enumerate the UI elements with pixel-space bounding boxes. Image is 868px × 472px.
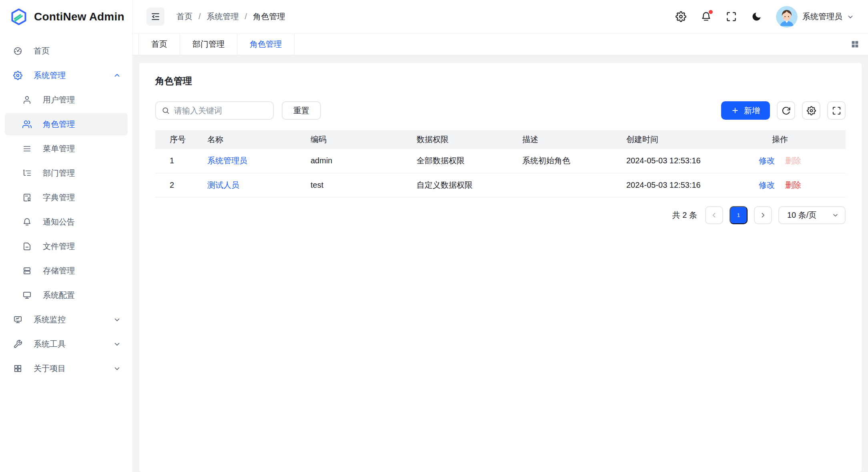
refresh-button[interactable]	[777, 101, 795, 120]
sidebar-item-system-management[interactable]: 系统管理	[5, 64, 128, 86]
cell-created: 2024-05-03 12:53:16	[620, 173, 714, 197]
cell-scope: 全部数据权限	[410, 149, 516, 173]
breadcrumb-separator: /	[245, 12, 247, 21]
sidebar-item-about-project[interactable]: 关于项目	[5, 357, 128, 380]
sidebar-item-role-management[interactable]: 角色管理	[5, 113, 128, 135]
sidebar-item-user-management[interactable]: 用户管理	[5, 88, 128, 111]
sidebar-item-label: 文件管理	[43, 241, 75, 252]
search-icon	[162, 106, 170, 114]
sidebar-item-label: 系统管理	[34, 70, 66, 81]
sidebar-item-label: 系统工具	[34, 339, 66, 349]
cell-code: admin	[304, 149, 410, 173]
user-icon	[22, 95, 32, 104]
page-size-select[interactable]: 10 条/页	[778, 206, 846, 224]
column-header-desc: 描述	[516, 130, 620, 149]
breadcrumb-item-home[interactable]: 首页	[176, 11, 192, 22]
role-name-link[interactable]: 测试人员	[207, 181, 239, 189]
plus-icon	[731, 106, 739, 114]
sidebar-item-label: 存储管理	[43, 265, 75, 276]
tree-list-icon	[22, 169, 32, 178]
sidebar-item-department-management[interactable]: 部门管理	[5, 162, 128, 184]
notifications-button[interactable]	[700, 11, 712, 22]
app-window: ContiNew Admin 首页	[0, 0, 868, 472]
column-header-name: 名称	[201, 130, 304, 149]
table-toolbar: 重置 新增	[155, 101, 846, 120]
sidebar-item-system-config[interactable]: 系统配置	[5, 284, 128, 306]
edit-action[interactable]: 修改	[759, 181, 775, 189]
chevron-left-icon	[711, 212, 718, 219]
top-header: 首页 / 系统管理 / 角色管理	[133, 0, 868, 34]
chevron-down-icon	[847, 14, 854, 20]
moon-icon	[751, 11, 762, 22]
dark-mode-button[interactable]	[751, 11, 762, 22]
refresh-icon	[782, 106, 791, 115]
sidebar-nav: 首页 系统管理 用户管理	[0, 34, 132, 472]
page-size-value: 10 条/页	[787, 210, 816, 221]
reset-button[interactable]: 重置	[282, 101, 321, 120]
sidebar-item-label: 字典管理	[43, 192, 75, 203]
page-1-button[interactable]: 1	[730, 206, 748, 224]
monitor-icon	[22, 291, 32, 300]
add-button-label: 新增	[744, 105, 760, 116]
role-name-link[interactable]: 系统管理员	[207, 156, 247, 165]
tab-label: 首页	[151, 39, 167, 50]
table-fullscreen-button[interactable]	[827, 101, 846, 120]
column-settings-button[interactable]	[802, 101, 820, 120]
sidebar-item-system-tools[interactable]: 系统工具	[5, 333, 128, 355]
sidebar-item-dict-management[interactable]: 字典管理	[5, 186, 128, 209]
sidebar-item-storage-management[interactable]: 存储管理	[5, 259, 128, 282]
users-icon	[22, 120, 32, 129]
sidebar-item-system-monitor[interactable]: 系统监控	[5, 308, 128, 331]
column-header-actions: 操作	[714, 130, 846, 149]
search-input[interactable]	[174, 106, 267, 115]
sidebar-item-home[interactable]: 首页	[5, 40, 128, 62]
chevron-down-icon	[832, 212, 838, 218]
cell-desc: 系统初始角色	[516, 149, 620, 173]
gear-icon	[13, 71, 22, 80]
dictionary-icon	[22, 193, 32, 202]
page-tabs: 首页 部门管理 角色管理	[133, 34, 868, 55]
table-row: 2 测试人员 test 自定义数据权限 2024-05-03 12:53:16 …	[155, 173, 846, 197]
user-name: 系统管理员	[802, 11, 842, 22]
tab-label: 角色管理	[250, 39, 282, 50]
delete-action[interactable]: 删除	[785, 181, 801, 189]
notification-dot	[709, 10, 713, 14]
prev-page-button[interactable]	[705, 206, 723, 224]
grid-outline-icon	[13, 364, 22, 373]
table-row: 1 系统管理员 admin 全部数据权限 系统初始角色 2024-05-03 1…	[155, 149, 846, 173]
sidebar-collapse-button[interactable]	[146, 8, 164, 26]
breadcrumb-item-system[interactable]: 系统管理	[207, 11, 239, 22]
avatar	[776, 6, 798, 28]
cell-scope: 自定义数据权限	[410, 173, 516, 197]
sidebar-item-label: 菜单管理	[43, 143, 75, 154]
pagination-total: 共 2 条	[672, 210, 697, 221]
delete-action-disabled: 删除	[785, 156, 801, 165]
fullscreen-button[interactable]	[726, 11, 737, 22]
file-icon	[22, 242, 32, 251]
sidebar-item-file-management[interactable]: 文件管理	[5, 235, 128, 257]
edit-action[interactable]: 修改	[759, 156, 775, 165]
roles-table: 序号 名称 编码 数据权限 描述 创建时间 操作 1 系统管理员	[155, 130, 846, 197]
tab-role-management[interactable]: 角色管理	[237, 34, 295, 55]
column-header-created: 创建时间	[620, 130, 714, 149]
tab-list-button[interactable]	[842, 34, 868, 55]
chevron-right-icon	[760, 212, 766, 219]
sidebar-item-label: 系统配置	[43, 290, 75, 301]
server-icon	[22, 266, 32, 275]
cell-index: 2	[155, 173, 201, 197]
tab-home[interactable]: 首页	[138, 34, 180, 55]
add-button[interactable]: 新增	[721, 101, 770, 120]
settings-button[interactable]	[675, 11, 686, 22]
tab-department-management[interactable]: 部门管理	[180, 34, 237, 55]
chevron-up-icon	[114, 72, 120, 79]
grid-filled-icon	[851, 40, 859, 48]
cell-desc	[516, 173, 620, 197]
next-page-button[interactable]	[754, 206, 772, 224]
content-area: 角色管理 重置 新增	[133, 55, 868, 472]
search-box[interactable]	[155, 101, 274, 120]
sidebar-item-menu-management[interactable]: 菜单管理	[5, 137, 128, 160]
role-management-card: 角色管理 重置 新增	[139, 63, 862, 472]
cell-index: 1	[155, 149, 201, 173]
sidebar-item-notice[interactable]: 通知公告	[5, 211, 128, 233]
user-menu[interactable]: 系统管理员	[776, 6, 854, 28]
